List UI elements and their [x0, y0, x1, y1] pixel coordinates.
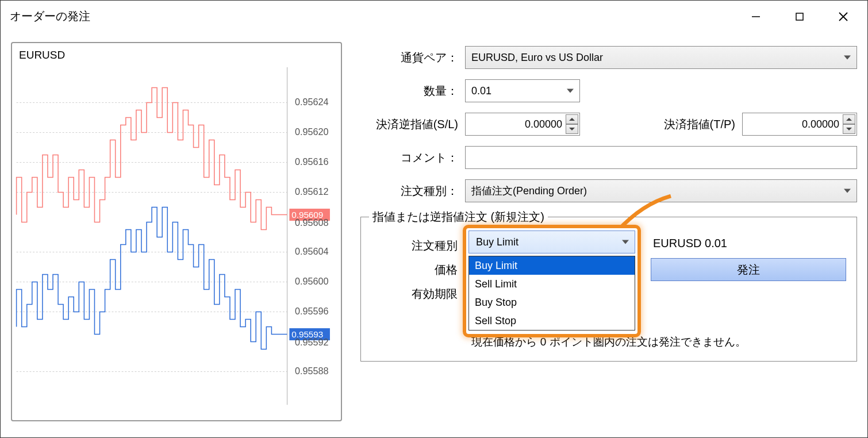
- dropdown-option[interactable]: Sell Limit: [469, 275, 635, 293]
- svg-rect-1: [796, 13, 803, 20]
- comment-input[interactable]: [465, 146, 857, 169]
- volume-value: 0.01: [471, 85, 491, 97]
- order-type-select[interactable]: 指値注文(Pending Order): [465, 179, 857, 202]
- symbol-label: 通貨ペア：: [360, 50, 458, 66]
- symbol-select[interactable]: EURUSD, Euro vs US Dollar: [465, 46, 857, 69]
- chevron-down-icon: [844, 189, 851, 193]
- volume-label: 数量：: [360, 83, 458, 99]
- chart-symbol: EURUSD: [19, 49, 65, 62]
- tp-spinner[interactable]: [843, 114, 855, 134]
- order-type-label: 注文種別：: [360, 183, 458, 199]
- sl-spinner[interactable]: [566, 114, 578, 134]
- sl-input[interactable]: 0.00000: [465, 113, 580, 136]
- window-controls: [734, 1, 865, 33]
- pending-type-selected: Buy Limit: [476, 236, 519, 248]
- sl-value: 0.00000: [525, 118, 562, 130]
- titlebar: オーダーの発注: [1, 1, 867, 33]
- comment-label: コメント：: [360, 150, 458, 166]
- svg-text:0.95608: 0.95608: [295, 217, 329, 228]
- window-title: オーダーの発注: [10, 9, 734, 24]
- expiry-label: 有効期限: [371, 286, 458, 302]
- chevron-down-icon: [844, 56, 851, 60]
- pending-type-dropdown[interactable]: Buy Limit Buy LimitSell LimitBuy StopSel…: [463, 225, 641, 337]
- svg-text:0.95588: 0.95588: [295, 366, 329, 376]
- svg-text:0.95616: 0.95616: [295, 156, 329, 167]
- pending-type-options: Buy LimitSell LimitBuy StopSell Stop: [468, 256, 635, 331]
- svg-text:0.95596: 0.95596: [295, 306, 329, 316]
- svg-text:0.95592: 0.95592: [295, 337, 329, 347]
- svg-text:0.95600: 0.95600: [295, 276, 329, 286]
- pending-symbol-volume: EURUSD 0.01: [653, 237, 727, 250]
- svg-text:0.95624: 0.95624: [295, 97, 329, 107]
- svg-text:0.95604: 0.95604: [295, 246, 329, 256]
- sl-label: 決済逆指値(S/L): [360, 117, 458, 132]
- pending-legend: 指値または逆指値注文 (新規注文): [369, 209, 548, 225]
- dropdown-option[interactable]: Sell Stop: [469, 312, 635, 330]
- maximize-button[interactable]: [778, 1, 821, 33]
- chevron-down-icon: [567, 89, 574, 93]
- dropdown-option[interactable]: Buy Limit: [469, 256, 635, 275]
- dropdown-option[interactable]: Buy Stop: [469, 293, 635, 312]
- symbol-value: EURUSD, Euro vs US Dollar: [471, 52, 603, 64]
- svg-text:0.95620: 0.95620: [295, 126, 329, 137]
- volume-combo[interactable]: 0.01: [465, 79, 580, 102]
- pending-type-select-head[interactable]: Buy Limit: [468, 230, 635, 253]
- close-button[interactable]: [821, 1, 865, 33]
- tp-label: 決済指値(T/P): [664, 117, 735, 132]
- svg-text:0.95612: 0.95612: [295, 186, 329, 197]
- minimize-button[interactable]: [734, 1, 778, 33]
- tp-input[interactable]: 0.00000: [742, 113, 857, 136]
- pending-type-label: 注文種別: [371, 238, 458, 253]
- submit-label: 発注: [737, 262, 760, 278]
- submit-button[interactable]: 発注: [651, 258, 846, 281]
- order-dialog: オーダーの発注 EURUSD 0.956240.956200.956160.95…: [0, 0, 868, 438]
- price-label: 価格: [371, 262, 458, 278]
- tp-value: 0.00000: [802, 118, 839, 130]
- tick-chart: EURUSD 0.956240.956200.956160.956120.956…: [11, 42, 342, 421]
- order-form: 通貨ペア： EURUSD, Euro vs US Dollar 数量： 0.01…: [360, 42, 857, 428]
- chart-canvas: 0.956240.956200.956160.956120.956040.956…: [12, 43, 341, 420]
- chevron-down-icon: [622, 240, 629, 244]
- order-type-value: 指値注文(Pending Order): [471, 184, 587, 198]
